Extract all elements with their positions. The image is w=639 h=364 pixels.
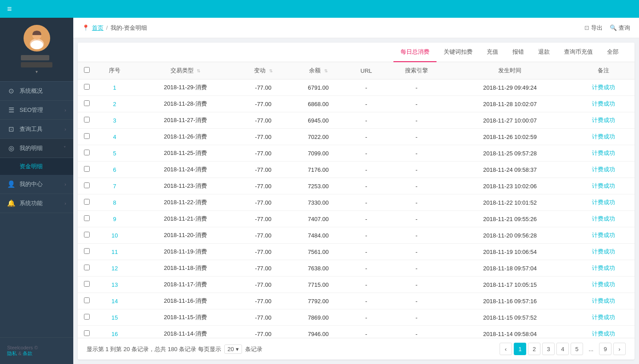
row-checkbox[interactable]	[84, 314, 90, 320]
row-seq[interactable]: 15	[95, 309, 134, 326]
row-time: 2018-11-19 10:06:54	[448, 244, 572, 260]
tab-recharge[interactable]: 充值	[480, 43, 505, 62]
balance-sort-icon: ⇅	[324, 68, 328, 73]
row-seq[interactable]: 2	[95, 96, 134, 112]
header-bar: 📍 首页 / 我的-资金明细 ⊡ 导出 🔍 查询	[73, 18, 639, 38]
content-area: 📍 首页 / 我的-资金明细 ⊡ 导出 🔍 查询 每日总消费	[73, 18, 639, 364]
my-center-arrow-icon: ›	[64, 182, 66, 187]
row-remark: 计费成功	[572, 326, 635, 338]
top-bar: ≡	[0, 0, 639, 18]
row-seq[interactable]: 11	[95, 244, 134, 260]
export-icon: ⊡	[584, 24, 589, 31]
pagination-page-4[interactable]: 4	[556, 343, 569, 355]
row-checkbox[interactable]	[84, 133, 90, 139]
tab-report-error[interactable]: 报错	[505, 43, 531, 62]
row-checkbox[interactable]	[84, 281, 90, 287]
page-size-select[interactable]: 20 ▾	[224, 344, 242, 354]
row-url: -	[347, 326, 385, 338]
row-checkbox-cell	[78, 293, 95, 309]
row-change: -77.00	[237, 309, 290, 326]
pagination-info-suffix: 条记录	[245, 346, 262, 352]
row-checkbox-cell	[78, 96, 95, 112]
row-checkbox-cell	[78, 326, 95, 338]
row-checkbox-cell	[78, 162, 95, 178]
pagination-controls: ‹ 1 2 3 4 5 ... 9 ›	[500, 343, 626, 355]
col-header-balance[interactable]: 余额 ⇅	[290, 62, 347, 79]
tab-all[interactable]: 全部	[600, 43, 626, 62]
username-blurred: Fitch	[21, 55, 49, 60]
row-remark: 计费成功	[572, 293, 635, 309]
pagination-page-9[interactable]: 9	[599, 343, 611, 355]
sidebar-nav: ⊙ 系统概况 ☰ SEO管理 › ⊡ 查询工具 › ◎ 我的明细 ˅ 资金明细	[0, 82, 73, 337]
query-icon: 🔍	[610, 24, 617, 31]
row-change: -77.00	[237, 79, 290, 96]
tab-query-coin-recharge[interactable]: 查询币充值	[557, 43, 600, 62]
row-seq[interactable]: 4	[95, 129, 134, 145]
sidebar-item-my-detail[interactable]: ◎ 我的明细 ˅	[0, 139, 73, 158]
row-checkbox-cell	[78, 211, 95, 227]
row-checkbox[interactable]	[84, 215, 90, 221]
row-seq[interactable]: 3	[95, 112, 134, 129]
pagination-page-5[interactable]: 5	[571, 343, 583, 355]
query-button[interactable]: 🔍 查询	[610, 24, 630, 32]
row-checkbox[interactable]	[84, 330, 90, 336]
row-engine: -	[385, 260, 448, 277]
row-checkbox[interactable]	[84, 265, 90, 270]
row-seq[interactable]: 9	[95, 211, 134, 227]
row-checkbox[interactable]	[84, 150, 90, 155]
row-balance: 7176.00	[290, 162, 347, 178]
row-seq[interactable]: 14	[95, 293, 134, 309]
row-checkbox[interactable]	[84, 232, 90, 237]
sidebar-item-fund-detail[interactable]: 资金明细	[0, 158, 73, 175]
row-url: -	[347, 194, 385, 211]
row-seq[interactable]: 7	[95, 178, 134, 194]
row-checkbox[interactable]	[84, 166, 90, 172]
pagination-prev[interactable]: ‹	[500, 343, 512, 355]
tab-refund[interactable]: 退款	[531, 43, 557, 62]
row-seq[interactable]: 16	[95, 326, 134, 338]
row-seq[interactable]: 8	[95, 194, 134, 211]
tab-daily-total[interactable]: 每日总消费	[393, 43, 437, 62]
row-checkbox[interactable]	[84, 100, 90, 106]
row-checkbox[interactable]	[84, 248, 90, 254]
sidebar-item-seo-manage[interactable]: ☰ SEO管理 ›	[0, 101, 73, 120]
sidebar-item-system-func[interactable]: 🔔 系统功能 ›	[0, 194, 73, 213]
pagination-page-3[interactable]: 3	[542, 343, 555, 355]
row-type: 2018-11-20-消费	[134, 227, 237, 244]
sidebar-item-my-center[interactable]: 👤 我的中心 ›	[0, 175, 73, 194]
select-all-checkbox[interactable]	[84, 67, 90, 73]
pagination-page-1[interactable]: 1	[514, 343, 526, 355]
user-chevron-icon[interactable]: ▾	[21, 69, 52, 74]
sidebar-username: Fitch --- ▾	[21, 55, 52, 74]
pagination-next[interactable]: ›	[613, 343, 626, 355]
sidebar-item-query-tools[interactable]: ⊡ 查询工具 ›	[0, 120, 73, 139]
privacy-link[interactable]: 隐私	[7, 351, 17, 356]
row-engine: -	[385, 293, 448, 309]
row-checkbox[interactable]	[84, 297, 90, 303]
row-checkbox[interactable]	[84, 199, 90, 205]
breadcrumb-home[interactable]: 首页	[92, 24, 103, 32]
export-button[interactable]: ⊡ 导出	[584, 24, 603, 32]
row-url: -	[347, 260, 385, 277]
row-seq[interactable]: 5	[95, 145, 134, 162]
row-seq[interactable]: 13	[95, 277, 134, 293]
pagination-info: 显示第 1 到第 20 条记录，总共 180 条记录 每页显示 20 ▾ 条记录	[87, 344, 262, 354]
row-seq[interactable]: 12	[95, 260, 134, 277]
row-seq[interactable]: 10	[95, 227, 134, 244]
hamburger-icon[interactable]: ≡	[7, 4, 12, 14]
row-checkbox[interactable]	[84, 182, 90, 188]
row-seq[interactable]: 1	[95, 79, 134, 96]
col-header-type[interactable]: 交易类型 ⇅	[134, 62, 237, 79]
row-seq[interactable]: 6	[95, 162, 134, 178]
tab-keyword-deduction[interactable]: 关键词扣费	[437, 43, 480, 62]
sidebar-item-system-overview[interactable]: ⊙ 系统概况	[0, 82, 73, 101]
pagination-page-2[interactable]: 2	[528, 343, 540, 355]
row-type: 2018-11-16-消费	[134, 293, 237, 309]
row-balance: 7869.00	[290, 309, 347, 326]
terms-link[interactable]: 条款	[23, 351, 32, 356]
row-time: 2018-11-20 09:56:28	[448, 227, 572, 244]
row-checkbox[interactable]	[84, 117, 90, 123]
row-checkbox[interactable]	[84, 84, 90, 90]
row-time: 2018-11-29 09:49:24	[448, 79, 572, 96]
col-header-change[interactable]: 变动 ⇅	[237, 62, 290, 79]
